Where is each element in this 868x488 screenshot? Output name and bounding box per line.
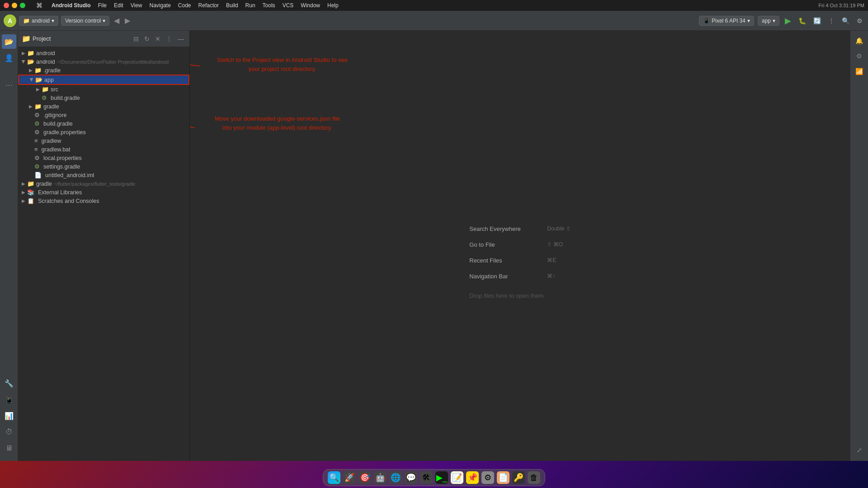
sidebar-item-app-quality[interactable]: 📊 — [2, 408, 16, 423]
sync-button[interactable]: 🔄 — [811, 15, 823, 26]
tree-item-android-root[interactable]: ▶ 📁 android — [18, 49, 189, 57]
drop-hint: Drop files here to open them — [469, 292, 570, 299]
dock-flutter[interactable]: 🎯 — [359, 471, 371, 484]
tree-item-gradlew-bat[interactable]: ≡ gradlew.bat — [18, 145, 189, 154]
dock-slack[interactable]: 💬 — [405, 471, 417, 484]
dock-notes[interactable]: 📝 — [451, 471, 463, 484]
tree-item-gradle-dir[interactable]: ▶ 📁 .gradle — [18, 66, 189, 75]
tree-item-build-gradle-app[interactable]: ⚙ build.gradle — [18, 94, 189, 102]
right-sidebar: 🔔 ⚙ 📶 ⤢ + — [850, 31, 868, 475]
profiler-icon: ⏱ — [5, 428, 13, 436]
dock-android-studio[interactable]: 🤖 — [374, 471, 387, 484]
menu-edit[interactable]: Edit — [114, 2, 123, 9]
tree-item-label: gradlew — [42, 138, 61, 144]
debug-button[interactable]: 🐛 — [797, 15, 808, 26]
dock-chrome[interactable]: 🌐 — [389, 471, 402, 484]
dock-keychain[interactable]: 🔑 — [512, 471, 525, 484]
more-icon: ⋯ — [5, 81, 13, 89]
right-sidebar-settings[interactable]: ⚙ — [853, 50, 866, 62]
panel-settings-button[interactable]: ⋮ — [164, 34, 174, 43]
run-button[interactable]: ▶ — [783, 14, 793, 28]
close-button[interactable] — [4, 3, 9, 8]
dock-launchpad[interactable]: 🚀 — [343, 471, 356, 484]
svg-line-0 — [190, 52, 200, 66]
minimize-button[interactable] — [12, 3, 17, 8]
tree-item-app[interactable]: ▶ 📂 app — [18, 75, 189, 85]
tree-item-external-libraries[interactable]: ▶ 📚 External Libraries — [18, 188, 189, 197]
more-options-button[interactable]: ⋮ — [826, 15, 836, 26]
sidebar-item-vcs[interactable]: 👤 — [2, 51, 16, 65]
dock-pages[interactable]: 📄 — [497, 471, 509, 484]
menu-view[interactable]: View — [131, 2, 142, 9]
version-control-selector[interactable]: Version control ▾ — [61, 16, 109, 26]
sidebar-item-profiler[interactable]: ⏱ — [2, 425, 16, 439]
toolbar-left: A 📁 android ▾ Version control ▾ ◀ ▶ — [4, 14, 132, 27]
settings-button[interactable]: ⚙ — [855, 15, 864, 26]
chevron-down-icon: ▾ — [773, 18, 775, 24]
menu-file[interactable]: File — [98, 2, 107, 9]
tree-item-build-gradle-root[interactable]: ⚙ build.gradle — [18, 119, 189, 128]
folder-icon: 📂 — [27, 58, 34, 65]
app-quality-icon: 📊 — [5, 412, 14, 420]
tree-item-gradle-flutter[interactable]: ▶ 📁 gradle ~/flutter/packages/flutter_to… — [18, 179, 189, 188]
mac-window-controls[interactable] — [4, 3, 25, 8]
hint-shortcut: ⌘↑ — [547, 273, 555, 279]
back-button[interactable]: ◀ — [112, 15, 121, 26]
tree-item-scratches[interactable]: ▶ 📋 Scratches and Consoles — [18, 197, 189, 205]
sidebar-item-project[interactable]: 📂 — [2, 34, 16, 49]
tree-item-gitignore[interactable]: ⚙ .gitignore — [18, 111, 189, 119]
sidebar-item-emulator[interactable]: 🖥 — [2, 441, 16, 455]
menu-code[interactable]: Code — [178, 2, 191, 9]
menu-refactor[interactable]: Refactor — [198, 2, 219, 9]
right-sidebar-wifi[interactable]: 📶 — [853, 65, 866, 78]
tree-item-label: .gitignore — [43, 112, 66, 118]
right-sidebar-expand[interactable]: ⤢ — [853, 444, 866, 456]
file-icon: ≡ — [34, 146, 38, 153]
tree-item-label: android — [36, 59, 55, 65]
tree-item-src[interactable]: ▶ 📁 src — [18, 85, 189, 94]
menu-run[interactable]: Run — [245, 2, 255, 9]
tree-item-iml[interactable]: 📄 untitled_android.iml — [18, 171, 189, 179]
refresh-button[interactable]: ↻ — [142, 34, 151, 43]
tree-item-gradlew[interactable]: ≡ gradlew — [18, 136, 189, 145]
tree-item-android-expanded[interactable]: ▶ 📂 android ~/Documents/Dhruv/Flutter Pr… — [18, 57, 189, 66]
device-selector[interactable]: 📱 Pixel 6 API 34 ▾ — [699, 16, 754, 26]
search-everywhere-toolbar[interactable]: 🔍 — [840, 15, 851, 26]
menu-window[interactable]: Window — [301, 2, 320, 9]
menu-build[interactable]: Build — [226, 2, 238, 9]
tree-item-gradle-folder[interactable]: ▶ 📁 gradle — [18, 102, 189, 111]
collapse-all-button[interactable]: ⊟ — [132, 34, 141, 43]
editor-hints: Search Everywhere Double ⇧ Go to File ⇧ … — [469, 225, 570, 299]
dock-instruments[interactable]: 🛠 — [420, 471, 433, 484]
hint-search-everywhere: Search Everywhere Double ⇧ — [469, 225, 570, 232]
dock-stickies[interactable]: 📌 — [466, 471, 479, 484]
dock-system-prefs[interactable]: ⚙ — [481, 471, 494, 484]
panel-minimize-button[interactable]: — — [176, 34, 186, 43]
menu-vcs[interactable]: VCS — [283, 2, 294, 9]
sidebar-item-build-variants[interactable]: 🔧 — [2, 376, 16, 390]
menu-tools[interactable]: Tools — [263, 2, 275, 9]
dock-finder[interactable]: 🔍 — [328, 471, 340, 484]
menu-navigate[interactable]: Navigate — [149, 2, 170, 9]
dock-trash[interactable]: 🗑 — [528, 471, 540, 484]
tree-item-local-properties[interactable]: ⚙ local.properties — [18, 154, 189, 162]
menu-help[interactable]: Help — [327, 2, 339, 9]
main-layout: 📂 👤 ⋯ 🔧 📱 📊 ⏱ 🖥 🔀 — [0, 31, 868, 475]
expand-arrow: ▶ — [20, 51, 27, 56]
right-sidebar-notifications[interactable]: 🔔 — [853, 34, 866, 47]
tree-item-label: build.gradle — [43, 121, 73, 127]
sidebar-item-device-manager[interactable]: 📱 — [2, 392, 16, 407]
sidebar-item-more[interactable]: ⋯ — [2, 78, 16, 92]
app-name[interactable]: Android Studio — [52, 2, 91, 9]
tree-item-settings-gradle[interactable]: ⚙ settings.gradle — [18, 162, 189, 171]
panel-header: 📁 Project ⊟ ↻ ✕ ⋮ — — [18, 31, 189, 47]
tree-item-path: ~/flutter/packages/flutter_tools/gradle — [54, 181, 136, 187]
dock-terminal[interactable]: ▶_ — [435, 471, 448, 484]
forward-button[interactable]: ▶ — [123, 15, 132, 26]
project-selector[interactable]: 📁 android ▾ — [19, 16, 58, 26]
tree-item-gradle-properties[interactable]: ⚙ gradle.properties — [18, 128, 189, 136]
chevron-down-icon: ▾ — [52, 18, 54, 24]
close-panel-button[interactable]: ✕ — [153, 34, 162, 43]
maximize-button[interactable] — [20, 3, 25, 8]
module-selector[interactable]: app ▾ — [758, 16, 779, 26]
